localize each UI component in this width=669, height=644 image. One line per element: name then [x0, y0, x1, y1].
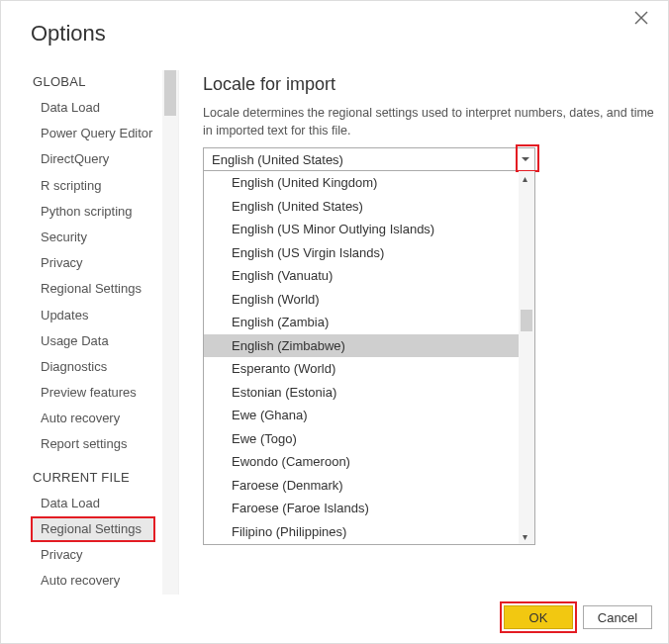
list-item[interactable]: Faroese (Faroe Islands)	[204, 497, 519, 520]
list-item[interactable]: Filipino (Philippines)	[204, 520, 519, 544]
locale-listbox[interactable]: English (United Kingdom)English (United …	[203, 171, 535, 545]
list-item[interactable]: English (US Minor Outlying Islands)	[204, 218, 519, 241]
sidebar-item[interactable]: Privacy	[31, 250, 155, 276]
main-heading: Locale for import	[203, 74, 658, 95]
sidebar-item[interactable]: Data Load	[31, 491, 155, 516]
list-item[interactable]: Esperanto (World)	[204, 357, 519, 381]
sidebar-item[interactable]: Regional Settings	[31, 276, 155, 302]
sidebar-item[interactable]: Python scripting	[31, 199, 155, 225]
sidebar-item[interactable]: Usage Data	[31, 328, 155, 354]
list-item[interactable]: Ewondo (Cameroon)	[204, 450, 519, 474]
sidebar-item[interactable]: Preview features	[31, 380, 155, 406]
sidebar-item[interactable]: R scripting	[31, 173, 155, 199]
sidebar-item[interactable]: Data Load	[31, 95, 155, 121]
main-panel: Locale for import Locale determines the …	[179, 70, 658, 584]
sidebar-item[interactable]: Auto recovery	[31, 406, 155, 431]
list-item[interactable]: English (Zambia)	[204, 311, 519, 334]
list-item[interactable]: English (Vanuatu)	[204, 264, 519, 288]
sidebar-item[interactable]: Security	[31, 225, 155, 250]
scroll-down-icon: ▾	[523, 531, 527, 542]
sidebar-item[interactable]: Report settings	[31, 431, 155, 457]
sidebar-item[interactable]: Regional Settings	[31, 516, 155, 542]
list-item[interactable]: Ewe (Togo)	[204, 427, 519, 451]
scroll-up-icon: ▴	[523, 173, 527, 184]
list-item[interactable]: English (US Virgin Islands)	[204, 241, 519, 265]
list-item[interactable]: English (United Kingdom)	[204, 171, 519, 195]
sidebar-item[interactable]: DirectQuery	[31, 146, 155, 172]
sidebar-item[interactable]: Privacy	[31, 542, 155, 568]
sidebar-item[interactable]: Power Query Editor	[31, 121, 155, 146]
main-description: Locale determines the regional settings …	[203, 105, 658, 139]
list-item[interactable]: English (United States)	[204, 195, 519, 219]
dropdown-toggle-button[interactable]	[517, 148, 534, 170]
close-button[interactable]	[634, 11, 654, 31]
cancel-button[interactable]: Cancel	[583, 605, 652, 629]
list-item[interactable]: Finnish (Finland)	[204, 543, 519, 544]
sidebar-item[interactable]: Diagnostics	[31, 354, 155, 380]
locale-dropdown[interactable]: English (United States)	[203, 147, 535, 171]
dialog-title: Options	[31, 21, 106, 46]
listbox-scrollbar[interactable]: ▴ ▾	[519, 171, 534, 544]
sidebar-scroll-thumb[interactable]	[164, 70, 176, 116]
ok-button[interactable]: OK	[504, 605, 573, 629]
locale-dropdown-value: English (United States)	[204, 152, 517, 167]
sidebar-scrollbar[interactable]: ▴	[162, 70, 178, 595]
sidebar: GLOBAL Data LoadPower Query EditorDirect…	[31, 70, 179, 595]
sidebar-item[interactable]: Auto recovery	[31, 568, 155, 594]
section-header-current-file: CURRENT FILE	[33, 470, 174, 485]
list-item[interactable]: Estonian (Estonia)	[204, 381, 519, 405]
list-item[interactable]: English (Zimbabwe)	[204, 334, 519, 358]
section-header-global: GLOBAL	[33, 74, 174, 89]
listbox-scroll-thumb[interactable]	[521, 310, 532, 331]
list-item[interactable]: Ewe (Ghana)	[204, 404, 519, 427]
sidebar-item[interactable]: Updates	[31, 303, 155, 328]
list-item[interactable]: Faroese (Denmark)	[204, 474, 519, 498]
list-item[interactable]: English (World)	[204, 288, 519, 312]
